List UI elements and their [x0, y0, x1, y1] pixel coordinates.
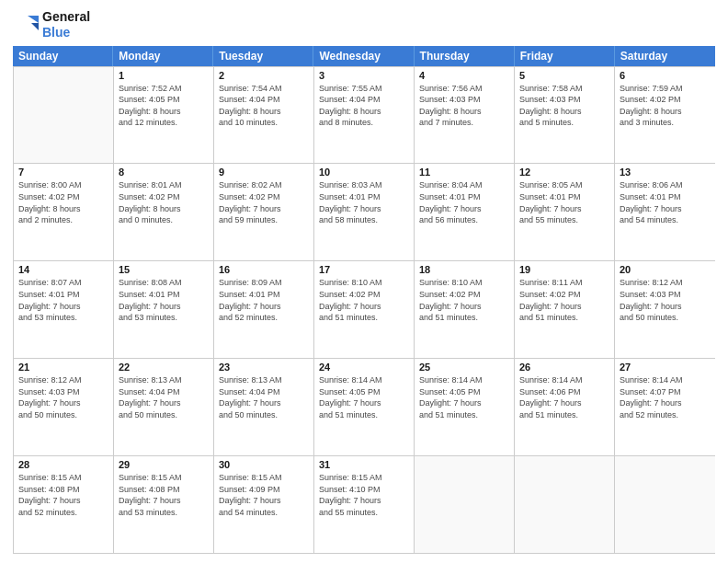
day-info: Sunrise: 8:13 AM Sunset: 4:04 PM Dayligh… [219, 374, 309, 420]
calendar-day-cell: 31Sunrise: 8:15 AM Sunset: 4:10 PM Dayli… [314, 456, 415, 553]
calendar-day-cell: 7Sunrise: 8:00 AM Sunset: 4:02 PM Daylig… [14, 164, 114, 260]
day-number: 28 [18, 459, 108, 470]
day-info: Sunrise: 7:54 AM Sunset: 4:04 PM Dayligh… [219, 83, 309, 129]
calendar-day-cell: 14Sunrise: 8:07 AM Sunset: 4:01 PM Dayli… [14, 261, 114, 358]
calendar-day-cell: 2Sunrise: 7:54 AM Sunset: 4:04 PM Daylig… [214, 67, 314, 164]
calendar-week-row: 1Sunrise: 7:52 AM Sunset: 4:05 PM Daylig… [14, 66, 715, 164]
calendar-week-row: 7Sunrise: 8:00 AM Sunset: 4:02 PM Daylig… [14, 163, 715, 260]
svg-marker-2 [31, 23, 39, 30]
day-info: Sunrise: 8:14 AM Sunset: 4:06 PM Dayligh… [519, 374, 609, 420]
day-number: 1 [119, 70, 209, 81]
calendar-empty-cell [515, 456, 615, 553]
day-number: 6 [620, 70, 711, 81]
day-number: 15 [119, 264, 209, 275]
calendar-day-cell: 10Sunrise: 8:03 AM Sunset: 4:01 PM Dayli… [314, 164, 415, 260]
calendar-day-cell: 6Sunrise: 7:59 AM Sunset: 4:02 PM Daylig… [615, 67, 715, 164]
day-number: 11 [419, 167, 509, 178]
day-info: Sunrise: 8:15 AM Sunset: 4:08 PM Dayligh… [18, 472, 108, 518]
calendar-day-cell: 21Sunrise: 8:12 AM Sunset: 4:03 PM Dayli… [14, 359, 114, 455]
day-number: 20 [620, 264, 711, 275]
day-info: Sunrise: 8:15 AM Sunset: 4:10 PM Dayligh… [319, 472, 409, 518]
weekday-header: Sunday [13, 46, 113, 66]
day-number: 10 [319, 167, 409, 178]
calendar-empty-cell [14, 67, 114, 164]
day-info: Sunrise: 8:03 AM Sunset: 4:01 PM Dayligh… [319, 179, 409, 225]
day-info: Sunrise: 8:02 AM Sunset: 4:02 PM Dayligh… [219, 179, 309, 225]
day-number: 7 [18, 167, 108, 178]
day-number: 30 [219, 459, 309, 470]
weekday-header: Tuesday [213, 46, 313, 66]
day-info: Sunrise: 8:09 AM Sunset: 4:01 PM Dayligh… [219, 277, 309, 323]
calendar-day-cell: 3Sunrise: 7:55 AM Sunset: 4:04 PM Daylig… [314, 67, 415, 164]
calendar-header: SundayMondayTuesdayWednesdayThursdayFrid… [13, 46, 715, 66]
calendar-day-cell: 24Sunrise: 8:14 AM Sunset: 4:05 PM Dayli… [314, 359, 415, 455]
logo: GeneralBlue [13, 9, 90, 40]
calendar: SundayMondayTuesdayWednesdayThursdayFrid… [13, 46, 715, 554]
calendar-empty-cell [615, 456, 715, 553]
day-number: 2 [219, 70, 309, 81]
day-number: 18 [419, 264, 509, 275]
day-number: 27 [620, 362, 711, 373]
day-number: 14 [18, 264, 108, 275]
day-info: Sunrise: 8:07 AM Sunset: 4:01 PM Dayligh… [18, 277, 108, 323]
day-number: 13 [620, 167, 711, 178]
logo-line2: Blue [42, 25, 90, 40]
day-info: Sunrise: 7:59 AM Sunset: 4:02 PM Dayligh… [620, 83, 711, 129]
calendar-day-cell: 25Sunrise: 8:14 AM Sunset: 4:05 PM Dayli… [415, 359, 515, 455]
day-number: 29 [119, 459, 209, 470]
calendar-week-row: 28Sunrise: 8:15 AM Sunset: 4:08 PM Dayli… [14, 455, 715, 553]
day-info: Sunrise: 8:12 AM Sunset: 4:03 PM Dayligh… [620, 277, 711, 323]
day-number: 23 [219, 362, 309, 373]
weekday-header: Friday [515, 46, 615, 66]
weekday-header: Thursday [415, 46, 515, 66]
day-info: Sunrise: 8:01 AM Sunset: 4:02 PM Dayligh… [119, 179, 209, 225]
day-info: Sunrise: 8:04 AM Sunset: 4:01 PM Dayligh… [419, 179, 509, 225]
calendar-day-cell: 8Sunrise: 8:01 AM Sunset: 4:02 PM Daylig… [114, 164, 214, 260]
calendar-day-cell: 12Sunrise: 8:05 AM Sunset: 4:01 PM Dayli… [515, 164, 615, 260]
day-number: 22 [119, 362, 209, 373]
logo-svg-icon [13, 12, 39, 38]
calendar-week-row: 21Sunrise: 8:12 AM Sunset: 4:03 PM Dayli… [14, 358, 715, 455]
weekday-header: Wednesday [313, 46, 414, 66]
calendar-week-row: 14Sunrise: 8:07 AM Sunset: 4:01 PM Dayli… [14, 260, 715, 358]
logo-line1: General [42, 9, 90, 25]
day-info: Sunrise: 8:15 AM Sunset: 4:08 PM Dayligh… [119, 472, 209, 518]
calendar-day-cell: 9Sunrise: 8:02 AM Sunset: 4:02 PM Daylig… [214, 164, 314, 260]
calendar-day-cell: 4Sunrise: 7:56 AM Sunset: 4:03 PM Daylig… [415, 67, 515, 164]
day-number: 16 [219, 264, 309, 275]
day-info: Sunrise: 8:11 AM Sunset: 4:02 PM Dayligh… [519, 277, 609, 323]
calendar-day-cell: 15Sunrise: 8:08 AM Sunset: 4:01 PM Dayli… [114, 261, 214, 358]
page: GeneralBlue SundayMondayTuesdayWednesday… [0, 0, 728, 563]
day-info: Sunrise: 8:10 AM Sunset: 4:02 PM Dayligh… [319, 277, 409, 323]
calendar-day-cell: 20Sunrise: 8:12 AM Sunset: 4:03 PM Dayli… [615, 261, 715, 358]
calendar-day-cell: 28Sunrise: 8:15 AM Sunset: 4:08 PM Dayli… [14, 456, 114, 553]
calendar-day-cell: 1Sunrise: 7:52 AM Sunset: 4:05 PM Daylig… [114, 67, 214, 164]
day-number: 24 [319, 362, 409, 373]
svg-marker-1 [28, 16, 39, 23]
calendar-day-cell: 16Sunrise: 8:09 AM Sunset: 4:01 PM Dayli… [214, 261, 314, 358]
calendar-day-cell: 17Sunrise: 8:10 AM Sunset: 4:02 PM Dayli… [314, 261, 415, 358]
header: GeneralBlue [13, 9, 715, 40]
day-number: 31 [319, 459, 409, 470]
calendar-day-cell: 26Sunrise: 8:14 AM Sunset: 4:06 PM Dayli… [515, 359, 615, 455]
calendar-empty-cell [415, 456, 515, 553]
day-number: 8 [119, 167, 209, 178]
day-number: 4 [419, 70, 509, 81]
calendar-day-cell: 5Sunrise: 7:58 AM Sunset: 4:03 PM Daylig… [515, 67, 615, 164]
day-info: Sunrise: 8:12 AM Sunset: 4:03 PM Dayligh… [18, 374, 108, 420]
day-info: Sunrise: 8:14 AM Sunset: 4:07 PM Dayligh… [620, 374, 711, 420]
day-number: 19 [519, 264, 609, 275]
day-info: Sunrise: 8:10 AM Sunset: 4:02 PM Dayligh… [419, 277, 509, 323]
calendar-day-cell: 11Sunrise: 8:04 AM Sunset: 4:01 PM Dayli… [415, 164, 515, 260]
day-info: Sunrise: 8:05 AM Sunset: 4:01 PM Dayligh… [519, 179, 609, 225]
day-info: Sunrise: 7:52 AM Sunset: 4:05 PM Dayligh… [119, 83, 209, 129]
calendar-day-cell: 22Sunrise: 8:13 AM Sunset: 4:04 PM Dayli… [114, 359, 214, 455]
calendar-body: 1Sunrise: 7:52 AM Sunset: 4:05 PM Daylig… [13, 66, 715, 554]
day-number: 25 [419, 362, 509, 373]
day-number: 17 [319, 264, 409, 275]
day-info: Sunrise: 8:14 AM Sunset: 4:05 PM Dayligh… [319, 374, 409, 420]
calendar-day-cell: 23Sunrise: 8:13 AM Sunset: 4:04 PM Dayli… [214, 359, 314, 455]
day-info: Sunrise: 7:58 AM Sunset: 4:03 PM Dayligh… [519, 83, 609, 129]
day-number: 26 [519, 362, 609, 373]
weekday-header: Saturday [615, 46, 715, 66]
